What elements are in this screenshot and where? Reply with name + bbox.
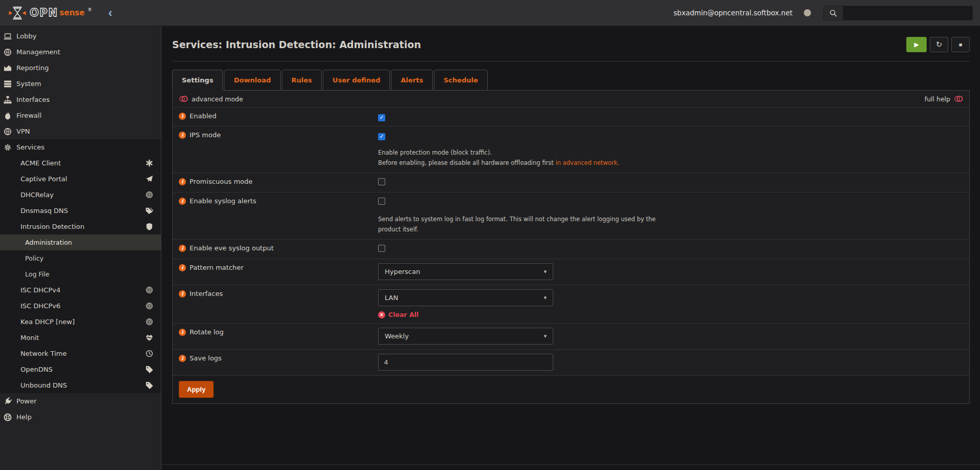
sidebar-item-monit[interactable]: Monit <box>0 330 161 346</box>
sidebar-item-acme-client[interactable]: ACME Client <box>0 155 161 171</box>
pattern-matcher-select[interactable]: Hyperscan ▾ <box>378 263 553 280</box>
sidebar-item-captive-portal[interactable]: Captive Portal <box>0 171 161 187</box>
field-label: Save logs <box>190 354 222 362</box>
sidebar-item-interfaces[interactable]: Interfaces <box>0 92 161 108</box>
sidebar-item-help[interactable]: Help <box>0 409 161 425</box>
search-icon <box>824 6 843 20</box>
sidebar-item-opendns[interactable]: OpenDNS <box>0 361 161 377</box>
form-row-promiscuous-mode: i Promiscuous mode <box>173 173 969 192</box>
opnsense-app: OPNsense® ‹ sbxadmin@opncentral.softbox.… <box>0 0 980 470</box>
tab-label: Download <box>234 76 270 84</box>
sidebar-item-intrusion-detection[interactable]: Intrusion Detection <box>0 219 161 234</box>
info-icon[interactable]: i <box>179 355 186 362</box>
page-head: Services: Intrusion Detection: Administr… <box>172 26 970 52</box>
sub-item-label: Dnsmasq DNS <box>20 207 68 215</box>
interfaces-select[interactable]: LAN ▾ <box>378 289 553 306</box>
caret-down-icon: ▾ <box>544 333 547 339</box>
brand-logo[interactable]: OPNsense® <box>8 6 92 20</box>
stop-service-button[interactable]: ■ <box>951 37 970 52</box>
sidebar-item-unbound-dns[interactable]: Unbound DNS <box>0 377 161 393</box>
syslog-alerts-checkbox[interactable] <box>378 198 385 205</box>
sidebar-item-network-time[interactable]: Network Time <box>0 346 161 361</box>
field-label: Interfaces <box>190 290 223 297</box>
tab-schedule[interactable]: Schedule <box>434 70 488 91</box>
sidebar-item-lobby[interactable]: Lobby <box>0 28 161 44</box>
search-box <box>823 6 973 20</box>
info-icon[interactable]: i <box>179 290 186 297</box>
tab-download[interactable]: Download <box>224 70 280 91</box>
clear-all-button[interactable]: × Clear All <box>378 311 963 318</box>
sidebar-item-isc-dhcpv4[interactable]: ISC DHCPv4 <box>0 282 161 298</box>
sub-item-label: DHCRelay <box>20 191 54 199</box>
sidebar-item-power[interactable]: Power <box>0 393 161 409</box>
sidebar-item-dhcrelay[interactable]: DHCRelay <box>0 187 161 203</box>
sub-sub-label: Policy <box>25 254 44 262</box>
full-help-toggle[interactable]: full help <box>925 95 963 103</box>
ips-mode-checkbox[interactable]: ✓ <box>378 133 385 140</box>
info-icon[interactable]: i <box>179 329 186 336</box>
info-icon[interactable]: i <box>179 113 186 120</box>
sub-item-label: Unbound DNS <box>20 381 67 389</box>
bullseye-icon <box>145 318 153 326</box>
save-logs-input[interactable] <box>378 354 553 371</box>
form-row-interfaces: i Interfaces LAN ▾ × Clear All <box>173 285 969 323</box>
sidebar-item-isc-dhcpv6[interactable]: ISC DHCPv6 <box>0 298 161 314</box>
sidebar-item-label: Reporting <box>16 64 49 72</box>
tab-user-defined[interactable]: User defined <box>323 70 390 91</box>
page-title: Services: Intrusion Detection: Administr… <box>172 39 421 50</box>
promiscuous-mode-checkbox[interactable] <box>378 178 385 185</box>
tab-settings[interactable]: Settings <box>172 70 223 91</box>
apply-button[interactable]: Apply <box>179 381 214 398</box>
sidebar-item-system[interactable]: System <box>0 76 161 92</box>
info-icon[interactable]: i <box>179 132 186 139</box>
sub-sub-label: Administration <box>25 239 72 246</box>
sidebar-collapse-button[interactable]: ‹ <box>108 7 112 19</box>
topbar-right: sbxadmin@opncentral.softbox.net <box>674 6 973 20</box>
search-input[interactable] <box>843 6 972 20</box>
status-dot[interactable] <box>804 9 811 16</box>
tab-label: Rules <box>291 76 312 84</box>
field-label: Enable eve syslog output <box>190 244 274 252</box>
sidebar-item-management[interactable]: Management <box>0 44 161 60</box>
sidebar-item-firewall[interactable]: Firewall <box>0 108 161 123</box>
eve-syslog-checkbox[interactable] <box>378 245 385 252</box>
tab-alerts[interactable]: Alerts <box>391 70 433 91</box>
field-label: Rotate log <box>190 328 224 336</box>
sidebar-item-vpn[interactable]: VPN <box>0 123 161 139</box>
refresh-service-button[interactable]: ↻ <box>930 37 948 52</box>
globe-icon <box>4 48 12 56</box>
start-service-button[interactable]: ▶ <box>906 37 927 52</box>
info-icon[interactable]: i <box>179 245 186 252</box>
opnsense-hourglass-icon <box>8 6 27 20</box>
sidebar-item-label: Lobby <box>16 32 36 40</box>
form-row-enable-syslog-alerts: i Enable syslog alerts Send alerts to sy… <box>173 192 969 239</box>
info-icon[interactable]: i <box>179 198 186 205</box>
enabled-checkbox[interactable]: ✓ <box>378 114 385 121</box>
sidebar-item-policy[interactable]: Policy <box>0 250 161 266</box>
server-icon <box>4 80 12 88</box>
sidebar-item-dnsmasq-dns[interactable]: Dnsmasq DNS <box>0 203 161 219</box>
tab-label: User defined <box>332 76 380 84</box>
sidebar-item-label: Services <box>16 143 45 151</box>
info-icon[interactable]: i <box>179 178 186 185</box>
life-ring-icon <box>4 413 12 421</box>
sidebar-item-administration[interactable]: Administration <box>0 234 161 250</box>
select-value: Weekly <box>385 332 409 340</box>
tab-rules[interactable]: Rules <box>282 70 322 91</box>
fire-icon <box>4 112 12 120</box>
sub-item-label: Intrusion Detection <box>20 223 85 230</box>
shield-icon <box>145 223 153 230</box>
tab-label: Alerts <box>401 76 423 84</box>
sidebar-item-services[interactable]: Services <box>0 139 161 155</box>
rotate-log-select[interactable]: Weekly ▾ <box>378 328 553 345</box>
sidebar-item-kea-dhcp[interactable]: Kea DHCP [new] <box>0 314 161 330</box>
sidebar-item-log-file[interactable]: Log File <box>0 266 161 282</box>
advanced-mode-toggle[interactable]: advanced mode <box>179 95 243 103</box>
info-icon[interactable]: i <box>179 264 186 271</box>
user-email[interactable]: sbxadmin@opncentral.softbox.net <box>674 9 793 17</box>
sidebar-item-label: Interfaces <box>16 96 50 103</box>
plug-icon <box>4 397 12 405</box>
sidebar-item-reporting[interactable]: Reporting <box>0 60 161 76</box>
advanced-network-link[interactable]: in advanced network. <box>555 159 619 166</box>
sitemap-icon <box>4 96 12 104</box>
